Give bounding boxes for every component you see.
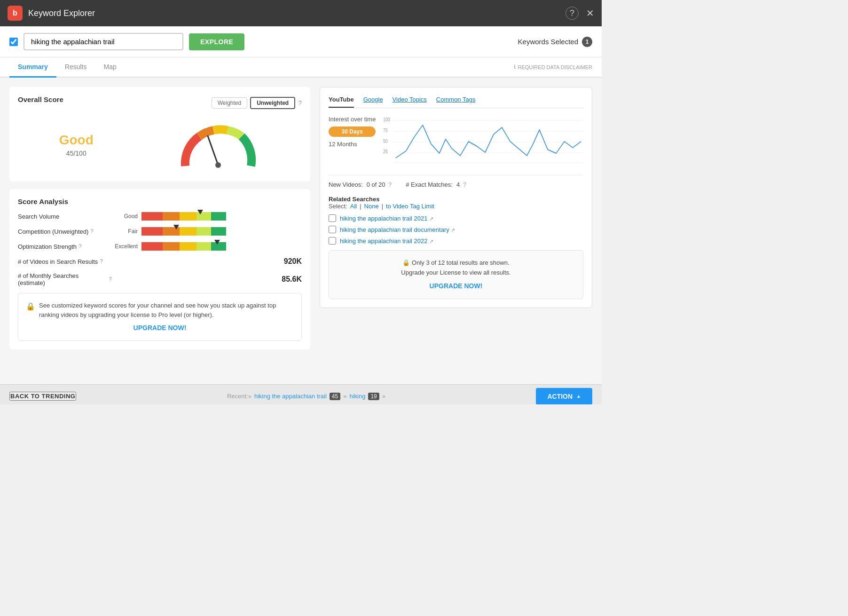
title-bar: b Keyword Explorer ? ✕ xyxy=(0,0,602,26)
tab-google[interactable]: Google xyxy=(363,96,383,108)
metric-competition: Competition (Unweighted) ? Fair xyxy=(18,227,302,236)
stats-row: New Videos: 0 of 20 ? # Exact Matches: 4… xyxy=(329,175,583,188)
monthly-help-icon[interactable]: ? xyxy=(109,276,112,283)
metric-videos: # of Videos in Search Results ? 920K xyxy=(18,257,302,266)
recent-label: Recent:» xyxy=(227,393,251,400)
tab-youtube[interactable]: YouTube xyxy=(329,96,354,108)
right-tabs: YouTube Google Video Topics Common Tags xyxy=(329,96,583,108)
metric-optimization-grade: Excellent xyxy=(112,243,138,250)
main-tabs: Summary Results Map xyxy=(9,57,125,77)
search-item-3-link[interactable]: hiking the appalachian trail 2022 ↗ xyxy=(340,237,433,245)
overall-score-card: Overall Score Weighted Unweighted ? Good… xyxy=(9,87,310,182)
search-input[interactable] xyxy=(24,33,183,50)
tab-common-tags[interactable]: Common Tags xyxy=(436,96,476,108)
explore-button[interactable]: EXPLORE xyxy=(189,33,244,50)
score-help-icon[interactable]: ? xyxy=(298,99,302,107)
metric-competition-bar xyxy=(141,227,226,236)
select-none-link[interactable]: None xyxy=(364,203,379,210)
related-searches-title: Related Searches xyxy=(329,196,583,203)
search-item-1-link[interactable]: hiking the appalachian trail 2021 ↗ xyxy=(340,215,433,222)
svg-text:25: 25 xyxy=(383,149,388,154)
tab-map[interactable]: Map xyxy=(95,57,125,78)
metric-optimization-label: Optimization Strength ? xyxy=(18,243,112,250)
unweighted-toggle[interactable]: Unweighted xyxy=(250,97,295,109)
metric-optimization-bar xyxy=(141,242,226,251)
competition-help-icon[interactable]: ? xyxy=(90,228,94,235)
action-button[interactable]: ACTION ▲ xyxy=(536,388,592,405)
info-icon: ℹ xyxy=(514,64,516,70)
exact-matches-help[interactable]: ? xyxy=(463,182,466,188)
select-all-link[interactable]: All xyxy=(350,203,357,210)
ext-icon-1: ↗ xyxy=(429,216,433,221)
search-item-2-checkbox[interactable] xyxy=(329,226,336,233)
metric-competition-label: Competition (Unweighted) ? xyxy=(18,228,112,235)
metric-optimization-right: Excellent xyxy=(112,242,302,251)
lock-emoji: 🔒 xyxy=(26,301,35,312)
chart-section: Interest over time 30 Days 12 Months 100… xyxy=(329,116,583,167)
tab-video-topics[interactable]: Video Topics xyxy=(393,96,427,108)
svg-text:100: 100 xyxy=(383,117,390,122)
right-panel: YouTube Google Video Topics Common Tags … xyxy=(320,87,592,375)
search-item-2: hiking the appalachian trail documentary… xyxy=(329,226,583,233)
tab-results[interactable]: Results xyxy=(56,57,95,78)
search-item-2-link[interactable]: hiking the appalachian trail documentary… xyxy=(340,226,455,233)
action-arrow-icon: ▲ xyxy=(576,394,581,399)
lock-box-text: 🔒 Only 3 of 12 total results are shown. xyxy=(337,258,575,268)
optimization-help-icon[interactable]: ? xyxy=(79,243,82,250)
metric-competition-grade: Fair xyxy=(112,228,138,235)
score-text: Good 45/100 xyxy=(59,133,94,157)
recent-link-2[interactable]: hiking xyxy=(349,393,365,400)
search-checkbox[interactable] xyxy=(9,38,18,46)
disclaimer: ℹ REQUIRED DATA DISCLAIMER xyxy=(514,64,592,70)
help-button[interactable]: ? xyxy=(565,7,579,20)
period-12-link[interactable]: 12 Months xyxy=(329,141,376,148)
search-item-3-checkbox[interactable] xyxy=(329,237,336,245)
search-item-1: hiking the appalachian trail 2021 ↗ xyxy=(329,214,583,222)
exact-matches-value: 4 xyxy=(456,181,460,188)
keywords-selected: Keywords Selected 1 xyxy=(518,37,592,47)
search-item-1-checkbox[interactable] xyxy=(329,214,336,222)
videos-help-icon[interactable]: ? xyxy=(100,258,103,265)
weighted-toggle[interactable]: Weighted xyxy=(212,97,247,109)
app-logo: b xyxy=(8,6,23,21)
left-panel: Overall Score Weighted Unweighted ? Good… xyxy=(9,87,310,375)
lock-upgrade-link[interactable]: UPGRADE NOW! xyxy=(337,281,575,291)
metric-videos-value: 920K xyxy=(112,257,302,266)
close-button[interactable]: ✕ xyxy=(586,8,594,19)
select-video-tag-link[interactable]: to Video Tag Limit xyxy=(386,203,434,210)
new-videos-value: 0 of 20 xyxy=(367,181,385,188)
svg-text:50: 50 xyxy=(383,138,388,144)
upgrade-now-link[interactable]: UPGRADE NOW! xyxy=(26,323,294,333)
exact-matches-stat: # Exact Matches: 4 ? xyxy=(406,181,466,188)
score-analysis-card: Score Analysis Search Volume Good xyxy=(9,189,310,349)
metric-search-volume-right: Good xyxy=(112,212,302,221)
recent-link-1[interactable]: hiking the appalachian trail xyxy=(254,393,327,400)
search-item-3: hiking the appalachian trail 2022 ↗ xyxy=(329,237,583,245)
search-left: EXPLORE xyxy=(9,33,244,50)
keywords-badge: 1 xyxy=(582,37,592,47)
lock-box: 🔒 Only 3 of 12 total results are shown. … xyxy=(329,250,583,299)
back-to-trending-button[interactable]: BACK TO TRENDING xyxy=(9,392,76,401)
svg-text:75: 75 xyxy=(383,127,388,133)
new-videos-stat: New Videos: 0 of 20 ? xyxy=(329,181,392,188)
title-bar-left: b Keyword Explorer xyxy=(8,6,95,21)
app-title: Keyword Explorer xyxy=(28,8,95,18)
new-videos-help[interactable]: ? xyxy=(389,182,392,188)
metric-search-volume-label: Search Volume xyxy=(18,213,112,220)
bottom-bar: BACK TO TRENDING Recent:» hiking the app… xyxy=(0,384,602,404)
exact-matches-label: # Exact Matches: xyxy=(406,181,453,188)
metric-monthly-value: 85.6K xyxy=(112,275,302,284)
ext-icon-3: ↗ xyxy=(429,238,433,244)
metric-monthly-label: # of Monthly Searches (estimate) ? xyxy=(18,272,112,286)
metric-search-volume-bar xyxy=(141,212,226,221)
tab-summary[interactable]: Summary xyxy=(9,57,56,78)
select-row: Select: All | None | to Video Tag Limit xyxy=(329,203,583,210)
period-30-button[interactable]: 30 Days xyxy=(329,126,376,137)
metric-optimization: Optimization Strength ? Excellent xyxy=(18,242,302,251)
recent-badge-1: 45 xyxy=(330,393,340,400)
overall-score-title: Overall Score xyxy=(18,95,63,103)
chevron-icon-1: » xyxy=(343,393,346,400)
recent-nav: Recent:» hiking the appalachian trail 45… xyxy=(227,393,385,400)
new-videos-label: New Videos: xyxy=(329,181,363,188)
score-num: 45/100 xyxy=(59,150,94,157)
